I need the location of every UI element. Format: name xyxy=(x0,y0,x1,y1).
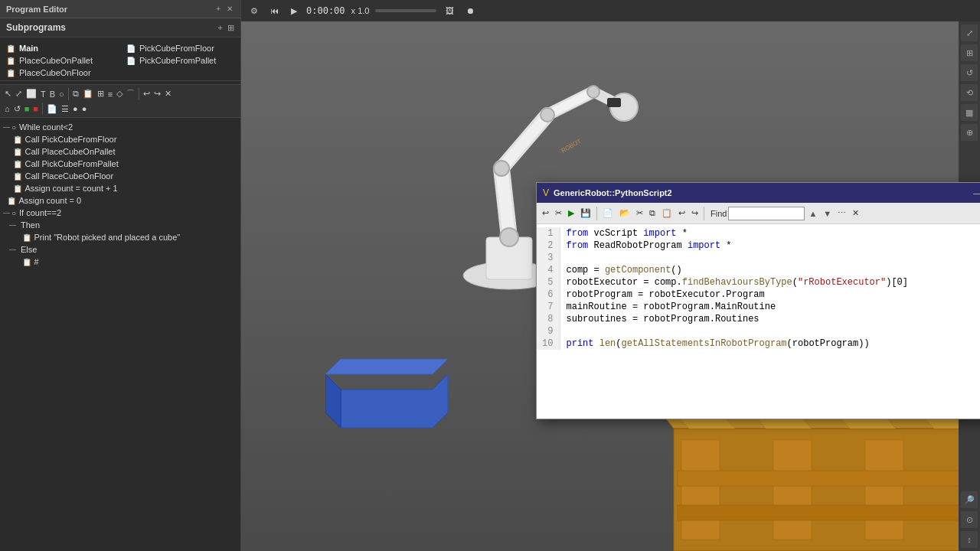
script-editor-window: V GenericRobot::PythonScript2 — □ ✕ ↩ ✂ … xyxy=(536,182,980,419)
ed-btn-undo[interactable]: ↩ xyxy=(676,207,688,219)
toolbar-dot2-btn[interactable]: ● xyxy=(80,103,89,114)
ed-find-close[interactable]: ✕ xyxy=(850,207,861,219)
vp-settings-btn[interactable]: ⚙ xyxy=(247,5,261,18)
code-line-10: 10 print len(getAllStatementsInRobotProg… xyxy=(537,337,980,350)
toolbar-cube-btn[interactable]: ⬜ xyxy=(24,88,38,99)
toolbar-redo-btn[interactable]: ↪ xyxy=(152,88,162,99)
vp-right-btn-1[interactable]: ⤢ xyxy=(961,24,978,41)
title-bar-icons: + ✕ xyxy=(214,5,234,13)
tree-else[interactable]: — Else xyxy=(0,243,240,256)
ed-btn-1[interactable]: ↩ xyxy=(540,207,551,219)
vp-right-btn-9[interactable]: ↕ xyxy=(961,531,978,548)
ed-find-options[interactable]: ⋯ xyxy=(835,207,848,219)
code-line-8: 8 subroutines = robotProgram.Routines xyxy=(537,313,980,325)
toolbar-undo-btn[interactable]: ↩ xyxy=(142,88,152,99)
tree-if-count[interactable]: — ○ If count==2 xyxy=(0,207,240,219)
ed-find-prev[interactable]: ▲ xyxy=(806,208,819,219)
ed-find-next[interactable]: ▼ xyxy=(821,208,834,219)
tree-then[interactable]: — Then xyxy=(0,219,240,231)
toolbar-arrow-btn[interactable]: ↖ xyxy=(3,88,13,99)
vp-right-btn-6[interactable]: ⊕ xyxy=(961,124,978,141)
ed-btn-2[interactable]: ✂ xyxy=(553,207,564,219)
toolbar-red-btn[interactable]: ■ xyxy=(31,103,40,114)
subprogram-pick-floor[interactable]: 📄 PickCubeFromFloor xyxy=(120,42,240,54)
svg-line-5 xyxy=(501,115,547,168)
tree-call-place-floor[interactable]: 📋 Call PlaceCubeOnFloor xyxy=(0,170,240,182)
tree-assign-count-zero[interactable]: 📋 Assign count = 0 xyxy=(0,194,240,207)
toolbar-bold-btn[interactable]: B xyxy=(48,89,57,99)
tree-assign-count-plus[interactable]: 📋 Assign count = count + 1 xyxy=(0,182,240,194)
code-line-3: 3 xyxy=(537,252,980,264)
call-place-floor-icon: 📋 xyxy=(13,172,22,181)
vp-right-btn-8[interactable]: ⊙ xyxy=(961,511,978,528)
tree-call-place-pallet[interactable]: 📋 Call PlaceCubeOnPallet xyxy=(0,145,240,158)
subprograms-add-icon[interactable]: + xyxy=(218,23,223,33)
hash-icon: 📋 xyxy=(22,258,31,266)
panel-add-icon[interactable]: + xyxy=(214,5,222,13)
vp-right-btn-7[interactable]: 🔎 xyxy=(961,491,978,508)
ed-btn-run[interactable]: ▶ xyxy=(566,207,577,219)
vp-rewind-btn[interactable]: ⏮ xyxy=(267,5,282,17)
find-input[interactable] xyxy=(728,207,805,220)
program-tree: — ○ While count<2 📋 Call PickCubeFromFlo… xyxy=(0,118,240,551)
subprograms-grid-icon[interactable]: ⊞ xyxy=(227,23,234,33)
ed-btn-open[interactable]: 📂 xyxy=(617,207,632,219)
subprogram-pick-pallet-label: PickCubeFromPallet xyxy=(139,56,216,65)
toolbar-doc-btn[interactable]: 📄 xyxy=(45,103,59,115)
toolbar-delete-btn[interactable]: ✕ xyxy=(163,88,173,99)
print-icon: 📋 xyxy=(22,233,31,242)
line-num-8: 8 xyxy=(537,313,560,325)
tree-call-pick-pallet[interactable]: 📋 Call PickCubeFromPallet xyxy=(0,158,240,170)
vp-right-btn-5[interactable]: ▦ xyxy=(961,104,978,121)
call-place-floor-label: Call PlaceCubeOnFloor xyxy=(25,171,114,181)
vp-right-btn-2[interactable]: ⊞ xyxy=(961,44,978,61)
toolbar-home-btn[interactable]: ⌂ xyxy=(3,103,11,114)
ed-sep-1 xyxy=(596,207,597,220)
editor-toolbar: ↩ ✂ ▶ 💾 📄 📂 ✂ ⧉ 📋 ↩ ↪ Find ▲ ▼ ⋯ ✕ xyxy=(537,203,980,224)
subprogram-place-floor[interactable]: 📋 PlaceCubeOnFloor xyxy=(0,67,120,79)
toolbar-grid-btn[interactable]: ⊞ xyxy=(96,88,106,99)
toolbar-refresh-btn[interactable]: ↺ xyxy=(12,103,22,115)
vp-play-btn[interactable]: ▶ xyxy=(288,5,300,18)
toolbar-copy-btn[interactable]: ⧉ xyxy=(71,88,80,99)
ed-btn-copy[interactable]: ⧉ xyxy=(647,207,658,219)
ed-btn-cut[interactable]: ✂ xyxy=(634,207,645,219)
toolbar-paste-btn[interactable]: 📋 xyxy=(81,88,95,99)
subprogram-main[interactable]: 📋 Main xyxy=(0,42,120,54)
panel-close-icon[interactable]: ✕ xyxy=(225,5,234,13)
svg-rect-24 xyxy=(865,440,903,540)
vp-speed-slider[interactable] xyxy=(375,9,436,12)
toolbar-list-btn[interactable]: ≡ xyxy=(106,89,114,99)
vp-right-btn-4[interactable]: ⟲ xyxy=(961,84,978,101)
editor-minimize-btn[interactable]: — xyxy=(971,188,980,198)
toolbar-green-btn[interactable]: ■ xyxy=(23,103,31,114)
code-line-2: 2 from ReadRobotProgram import * xyxy=(537,240,980,252)
tree-print[interactable]: 📋 Print "Robot picked and placed a cube" xyxy=(0,231,240,243)
ed-btn-redo[interactable]: ↪ xyxy=(689,207,701,219)
toolbar-shape-btn[interactable]: ◇ xyxy=(115,88,124,99)
ed-btn-paste[interactable]: 📋 xyxy=(659,207,675,219)
subprogram-pick-pallet[interactable]: 📄 PickCubeFromPallet xyxy=(120,54,240,67)
tree-while[interactable]: — ○ While count<2 xyxy=(0,121,240,133)
tree-call-pick-floor[interactable]: 📋 Call PickCubeFromFloor xyxy=(0,133,240,145)
program-toolbar: ↖ ⤢ ⬜ T B ○ ⧉ 📋 ⊞ ≡ ◇ ⌒ ↩ ↪ ✕ ⌂ ↺ ■ ■ 📄 … xyxy=(0,85,240,118)
toolbar-lines-btn[interactable]: ☰ xyxy=(60,103,70,115)
ed-btn-save[interactable]: 💾 xyxy=(578,207,593,219)
vp-right-btn-3[interactable]: ↺ xyxy=(961,64,978,81)
viewport-3d[interactable]: ⚙ ⏮ ▶ 0:00:00 x 1.0 🖼 ⏺ ROBOT xyxy=(241,0,980,551)
line-num-5: 5 xyxy=(537,276,560,289)
toolbar-text-btn[interactable]: T xyxy=(39,89,47,99)
subprogram-place-pallet[interactable]: 📋 PlaceCubeOnPallet xyxy=(0,54,120,67)
toolbar-dot1-btn[interactable]: ● xyxy=(71,103,80,114)
toolbar-move-btn[interactable]: ⤢ xyxy=(14,88,24,99)
then-label: Then xyxy=(21,220,40,230)
svg-rect-26 xyxy=(678,505,980,520)
tree-hash[interactable]: 📋 # xyxy=(0,256,240,268)
svg-marker-28 xyxy=(325,374,341,428)
if-count-icon: ○ xyxy=(11,209,16,217)
subprograms-grid: 📋 Main 📄 PickCubeFromFloor 📋 PlaceCubeOn… xyxy=(0,41,240,81)
toolbar-circle-btn[interactable]: ○ xyxy=(57,89,66,99)
editor-code-area[interactable]: 1 from vcScript import * 2 from ReadRobo… xyxy=(537,224,980,419)
ed-btn-new[interactable]: 📄 xyxy=(600,207,616,219)
toolbar-curve-btn[interactable]: ⌒ xyxy=(125,87,136,100)
